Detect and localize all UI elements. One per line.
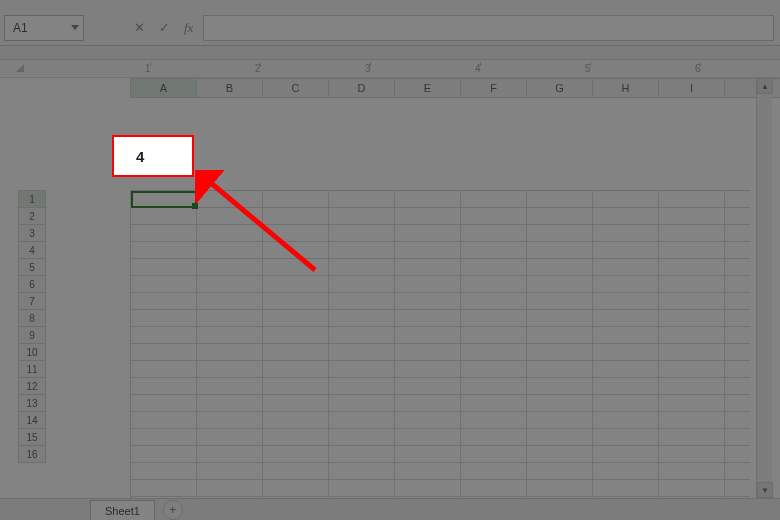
ruler-mark: 1 xyxy=(145,63,151,74)
column-headers: A B C D E F G H I xyxy=(130,78,780,98)
name-box-value: A1 xyxy=(13,21,28,35)
column-header-g[interactable]: G xyxy=(527,79,593,97)
ruler-mark: 2 xyxy=(255,63,261,74)
row-headers: 1 2 3 4 5 6 7 8 9 10 11 12 13 14 15 16 xyxy=(18,190,46,463)
row-header-7[interactable]: 7 xyxy=(19,293,45,310)
name-box[interactable]: A1 xyxy=(4,15,84,41)
cell-grid[interactable] xyxy=(130,190,750,498)
row-header-8[interactable]: 8 xyxy=(19,310,45,327)
row-header-16[interactable]: 16 xyxy=(19,446,45,463)
column-header-c[interactable]: C xyxy=(263,79,329,97)
ruler-mark: 5 xyxy=(585,63,591,74)
column-header-d[interactable]: D xyxy=(329,79,395,97)
formula-input[interactable] xyxy=(203,15,774,41)
row-header-9[interactable]: 9 xyxy=(19,327,45,344)
row-header-1[interactable]: 1 xyxy=(19,191,45,208)
formula-bar-buttons: fx xyxy=(134,20,193,36)
row-header-6[interactable]: 6 xyxy=(19,276,45,293)
scroll-up-icon[interactable]: ▲ xyxy=(757,78,773,94)
scroll-down-icon[interactable]: ▼ xyxy=(757,482,773,498)
column-header-i[interactable]: I xyxy=(659,79,725,97)
row-header-13[interactable]: 13 xyxy=(19,395,45,412)
callout-value: 4 xyxy=(136,148,144,165)
column-header-h[interactable]: H xyxy=(593,79,659,97)
name-box-dropdown-icon[interactable] xyxy=(71,25,79,30)
ruler-mark: 6 xyxy=(695,63,701,74)
row-header-14[interactable]: 14 xyxy=(19,412,45,429)
cancel-icon[interactable] xyxy=(134,20,145,35)
ruler-outline: 1 2 3 4 5 6 xyxy=(0,60,780,78)
row-header-15[interactable]: 15 xyxy=(19,429,45,446)
select-all-triangle-icon[interactable] xyxy=(16,64,24,72)
row-header-2[interactable]: 2 xyxy=(19,208,45,225)
row-header-11[interactable]: 11 xyxy=(19,361,45,378)
row-header-4[interactable]: 4 xyxy=(19,242,45,259)
enter-icon[interactable] xyxy=(159,20,170,35)
add-sheet-button[interactable]: + xyxy=(163,500,183,520)
row-header-10[interactable]: 10 xyxy=(19,344,45,361)
vertical-scrollbar[interactable]: ▲ ▼ xyxy=(756,78,772,498)
row-header-12[interactable]: 12 xyxy=(19,378,45,395)
sheet-tab-sheet1[interactable]: Sheet1 xyxy=(90,500,155,520)
row-header-3[interactable]: 3 xyxy=(19,225,45,242)
column-header-f[interactable]: F xyxy=(461,79,527,97)
ruler-mark: 3 xyxy=(365,63,371,74)
column-header-a[interactable]: A xyxy=(131,79,197,97)
column-header-b[interactable]: B xyxy=(197,79,263,97)
selected-cell-a1[interactable] xyxy=(131,191,197,208)
ribbon-collapsed-edge xyxy=(0,46,780,60)
plus-icon: + xyxy=(169,503,176,517)
callout-highlight: 4 xyxy=(112,135,194,177)
row-header-5[interactable]: 5 xyxy=(19,259,45,276)
formula-bar: A1 fx xyxy=(0,0,780,46)
sheet-tab-bar: Sheet1 + xyxy=(0,498,780,520)
fx-icon[interactable]: fx xyxy=(184,20,193,36)
column-header-e[interactable]: E xyxy=(395,79,461,97)
ruler-mark: 4 xyxy=(475,63,481,74)
